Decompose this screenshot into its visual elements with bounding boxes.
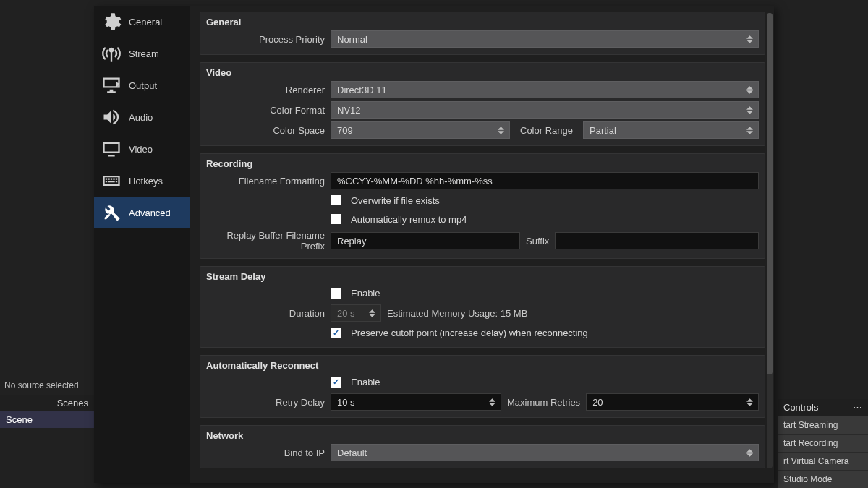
sidebar-item-hotkeys[interactable]: Hotkeys bbox=[94, 165, 190, 197]
tools-icon bbox=[101, 202, 122, 223]
scene-item[interactable]: Scene bbox=[0, 411, 94, 428]
sidebar-label: Output bbox=[129, 80, 157, 91]
overwrite-checkbox[interactable]: Overwrite if file exists bbox=[331, 195, 759, 206]
sidebar-label: Audio bbox=[129, 112, 153, 123]
settings-dialog: General Stream Output Audio Video Hotkey… bbox=[94, 6, 774, 483]
bind-to-ip-combo[interactable]: Default bbox=[331, 444, 759, 461]
combo-value: 709 bbox=[337, 125, 353, 136]
color-format-combo[interactable]: NV12 bbox=[331, 101, 759, 119]
checkbox-label: Enable bbox=[351, 288, 380, 299]
monitor-arrow-icon bbox=[101, 75, 122, 95]
updown-icon bbox=[746, 445, 755, 461]
sidebar-label: General bbox=[129, 17, 162, 27]
renderer-label: Renderer bbox=[206, 85, 331, 95]
group-general: General Process Priority Normal bbox=[200, 12, 765, 55]
start-recording-button[interactable]: tart Recording bbox=[778, 435, 868, 453]
sidebar-item-video[interactable]: Video bbox=[94, 133, 190, 165]
updown-icon bbox=[489, 394, 498, 410]
sidebar-item-stream[interactable]: Stream bbox=[94, 38, 190, 69]
scrollbar[interactable] bbox=[767, 13, 773, 468]
combo-value: 20 bbox=[592, 397, 603, 408]
checkbox-icon bbox=[331, 195, 341, 205]
filename-formatting-label: Filename Formatting bbox=[206, 176, 331, 187]
group-recording: Recording Filename Formatting %CCYY-%MM-… bbox=[200, 153, 765, 259]
color-range-label: Color Range bbox=[516, 125, 577, 136]
checkbox-label: Enable bbox=[351, 377, 380, 388]
scrollbar-thumb[interactable] bbox=[767, 13, 773, 374]
spin-value: 20 s bbox=[337, 308, 355, 319]
replay-prefix-label: Replay Buffer Filename Prefix bbox=[206, 230, 331, 252]
text-value: Replay bbox=[337, 236, 366, 247]
group-stream-delay: Stream Delay Enable Duration 20 s Estima… bbox=[200, 266, 765, 348]
checkbox-label: Overwrite if file exists bbox=[351, 195, 440, 206]
combo-value: Normal bbox=[337, 34, 367, 45]
process-priority-combo[interactable]: Normal bbox=[331, 30, 759, 48]
max-retries-label: Maximum Retries bbox=[507, 397, 580, 408]
reconnect-enable-checkbox[interactable]: Enable bbox=[331, 377, 759, 388]
combo-value: Direct3D 11 bbox=[337, 85, 387, 95]
updown-icon bbox=[746, 122, 755, 138]
max-retries-spinbox[interactable]: 20 bbox=[586, 393, 759, 411]
stream-delay-enable-checkbox[interactable]: Enable bbox=[331, 288, 759, 299]
controls-header-label: Controls bbox=[783, 402, 818, 413]
text-value: %CCYY-%MM-%DD %hh-%mm-%ss bbox=[337, 176, 493, 187]
updown-icon bbox=[746, 394, 755, 410]
background-controls-panel: Controls⋯ tart Streaming tart Recording … bbox=[778, 399, 868, 488]
combo-value: Partial bbox=[590, 125, 616, 136]
group-title: Automatically Reconnect bbox=[200, 356, 765, 374]
settings-content: General Process Priority Normal Video Re… bbox=[190, 6, 774, 483]
group-title: General bbox=[200, 12, 765, 30]
group-title: Recording bbox=[200, 154, 765, 172]
color-space-label: Color Space bbox=[206, 125, 331, 136]
updown-icon bbox=[746, 82, 755, 98]
checkbox-icon bbox=[331, 328, 341, 338]
scenes-header: Scenes bbox=[0, 395, 94, 411]
retry-delay-spinbox[interactable]: 10 s bbox=[331, 393, 501, 411]
checkbox-icon bbox=[331, 288, 341, 299]
background-left-panel: No source selected Scenes Scene bbox=[0, 376, 94, 428]
keyboard-icon bbox=[101, 171, 122, 191]
sidebar-item-audio[interactable]: Audio bbox=[94, 101, 190, 133]
memory-usage-label: Estimated Memory Usage: 15 MB bbox=[387, 308, 527, 319]
no-source-label: No source selected bbox=[0, 376, 94, 395]
group-title: Stream Delay bbox=[200, 267, 765, 285]
replay-prefix-input[interactable]: Replay bbox=[331, 232, 520, 249]
filename-formatting-input[interactable]: %CCYY-%MM-%DD %hh-%mm-%ss bbox=[331, 172, 759, 189]
updown-icon bbox=[746, 102, 755, 118]
remux-checkbox[interactable]: Automatically remux to mp4 bbox=[331, 214, 759, 225]
gear-icon bbox=[101, 12, 122, 32]
sidebar-label: Advanced bbox=[129, 207, 171, 218]
sidebar-item-output[interactable]: Output bbox=[94, 69, 190, 101]
settings-sidebar: General Stream Output Audio Video Hotkey… bbox=[94, 6, 190, 483]
checkbox-icon bbox=[331, 214, 341, 224]
sidebar-label: Video bbox=[129, 144, 153, 155]
start-streaming-button[interactable]: tart Streaming bbox=[778, 416, 868, 435]
color-format-label: Color Format bbox=[206, 105, 331, 116]
group-title: Network bbox=[200, 426, 765, 444]
combo-value: Default bbox=[337, 448, 367, 458]
color-range-combo[interactable]: Partial bbox=[583, 121, 759, 139]
updown-icon bbox=[746, 31, 755, 47]
sidebar-label: Hotkeys bbox=[129, 176, 163, 187]
group-auto-reconnect: Automatically Reconnect Enable Retry Del… bbox=[200, 355, 765, 418]
sidebar-label: Stream bbox=[129, 48, 159, 59]
replay-suffix-input[interactable] bbox=[555, 232, 759, 249]
speaker-icon bbox=[101, 107, 122, 127]
checkbox-label: Preserve cutoff point (increase delay) w… bbox=[351, 328, 588, 338]
retry-delay-label: Retry Delay bbox=[206, 397, 331, 408]
controls-menu-icon[interactable]: ⋯ bbox=[853, 402, 862, 413]
color-space-combo[interactable]: 709 bbox=[331, 121, 510, 139]
sidebar-item-advanced[interactable]: Advanced bbox=[94, 197, 190, 228]
start-virtual-camera-button[interactable]: rt Virtual Camera bbox=[778, 453, 868, 471]
group-title: Video bbox=[200, 63, 765, 81]
duration-spinbox[interactable]: 20 s bbox=[331, 304, 381, 322]
studio-mode-button[interactable]: Studio Mode bbox=[778, 471, 868, 488]
group-network: Network Bind to IP Default bbox=[200, 425, 765, 468]
group-video: Video Renderer Direct3D 11 Color Format … bbox=[200, 62, 765, 146]
preserve-cutoff-checkbox[interactable]: Preserve cutoff point (increase delay) w… bbox=[331, 328, 759, 338]
updown-icon bbox=[369, 305, 378, 321]
sidebar-item-general[interactable]: General bbox=[94, 6, 190, 38]
controls-header: Controls⋯ bbox=[778, 399, 868, 416]
renderer-combo[interactable]: Direct3D 11 bbox=[331, 81, 759, 98]
antenna-icon bbox=[101, 43, 122, 64]
